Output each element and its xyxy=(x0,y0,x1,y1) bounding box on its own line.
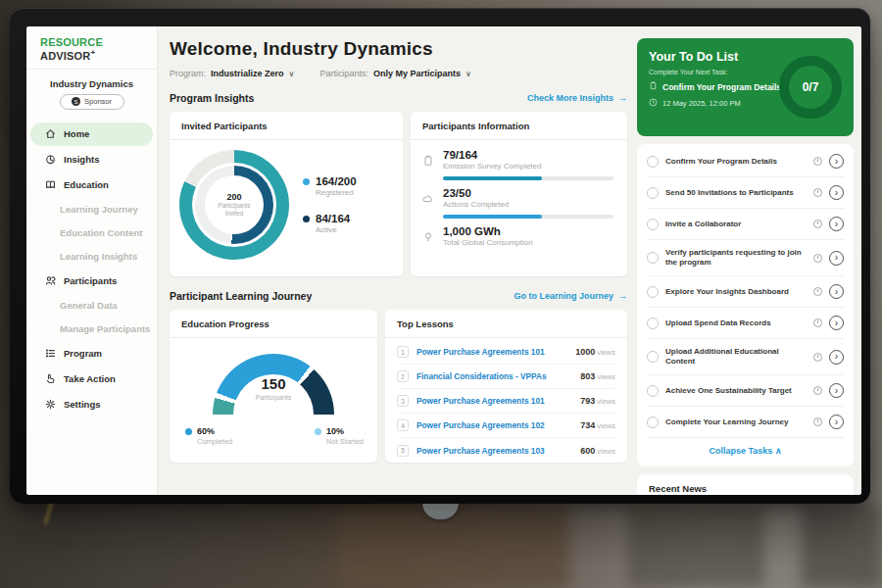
clock-icon xyxy=(813,157,822,166)
arrow-right-icon: → xyxy=(618,93,627,103)
lesson-link[interactable]: Power Purchase Agreements 101 xyxy=(416,396,572,406)
chevron-right-icon[interactable]: › xyxy=(829,316,844,330)
insights-cards-row: Invited Participants 200 Participants In… xyxy=(170,112,627,276)
legend-dot xyxy=(185,428,192,435)
participants-filter-label: Participants: xyxy=(319,69,368,78)
invited-participants-body: 200 Participants Invited 164/200 xyxy=(170,140,403,260)
todo-task[interactable]: Upload Additional Educational Content › xyxy=(647,339,844,375)
sidebar-item-learning-journey[interactable]: Learning Journey xyxy=(30,199,153,220)
task-checkbox[interactable] xyxy=(647,187,659,199)
participants-information-card: Participants Information 79/164 Emission… xyxy=(411,112,627,276)
chevron-right-icon[interactable]: › xyxy=(829,415,844,429)
org-name: Industry Dynamics xyxy=(26,78,157,89)
program-insights-header: Program Insights Check More Insights → xyxy=(170,92,627,104)
lesson-row: 3 Power Purchase Agreements 101 793views xyxy=(397,389,615,414)
invited-participants-title: Invited Participants xyxy=(170,112,403,140)
chevron-right-icon[interactable]: › xyxy=(829,383,844,398)
survey-icon xyxy=(422,149,435,180)
task-checkbox[interactable] xyxy=(647,351,659,363)
arrow-right-icon: → xyxy=(618,291,627,301)
clock-icon xyxy=(813,417,822,426)
sidebar-item-home[interactable]: Home xyxy=(30,122,153,146)
chevron-right-icon[interactable]: › xyxy=(829,217,844,231)
clock-icon xyxy=(813,353,822,362)
sponsor-label: Sponsor xyxy=(84,97,112,106)
todo-task[interactable]: Confirm Your Program Details › xyxy=(647,146,844,177)
todo-task[interactable]: Invite a Collaborator › xyxy=(647,209,844,240)
donut-legend: 164/200 Registered 84/164 Active xyxy=(303,175,357,234)
sponsor-badge[interactable]: S Sponsor xyxy=(60,94,124,110)
sidebar-item-general-data[interactable]: General Data xyxy=(30,295,153,317)
todo-task[interactable]: Achieve One Sustainability Target › xyxy=(647,375,844,407)
lesson-link[interactable]: Financial Considerations - VPPAs xyxy=(416,371,572,381)
task-checkbox[interactable] xyxy=(647,219,659,230)
lesson-row: 2 Financial Considerations - VPPAs 803vi… xyxy=(397,365,615,389)
lesson-row: 5 Power Purchase Agreements 103 600views xyxy=(397,438,615,463)
task-checkbox[interactable] xyxy=(647,252,659,264)
legend-dot xyxy=(303,178,310,185)
chevron-right-icon[interactable]: › xyxy=(829,251,844,266)
sidebar-item-education[interactable]: Education xyxy=(30,173,153,197)
check-more-insights-link[interactable]: Check More Insights → xyxy=(527,93,627,103)
insights-icon xyxy=(44,154,56,166)
lesson-link[interactable]: Power Purchase Agreements 103 xyxy=(416,446,572,456)
participants-information-body: 79/164 Emission Survey Completed xyxy=(411,140,627,247)
lesson-row: 1 Power Purchase Agreements 101 1000view… xyxy=(397,340,615,365)
sidebar-item-education-content[interactable]: Education Content xyxy=(30,222,153,244)
education-progress-gauge-chart: 150 Participants xyxy=(213,354,334,415)
legend-dot xyxy=(303,216,310,222)
sidebar-item-program[interactable]: Program xyxy=(30,342,153,366)
people-icon xyxy=(44,275,56,287)
program-filter-value: Industrialize Zero xyxy=(211,69,284,78)
progress-bar-fill xyxy=(443,215,542,219)
todo-task[interactable]: Send 50 Invitations to Participants › xyxy=(647,177,844,209)
chevron-right-icon[interactable]: › xyxy=(829,350,844,365)
sidebar: RESOURCE ADVISOR+ Industry Dynamics S Sp… xyxy=(26,26,158,495)
program-filter-dropdown[interactable]: Program: Industrialize Zero ∨ xyxy=(170,69,294,78)
learning-journey-header: Participant Learning Journey Go to Learn… xyxy=(170,290,627,302)
main-content: Welcome, Industry Dynamics Program: Indu… xyxy=(158,26,861,495)
room-blur-shape xyxy=(627,506,764,588)
progress-bar-fill xyxy=(443,176,542,180)
todo-task[interactable]: Verify participants requesting to join t… xyxy=(647,240,844,276)
room-blur-shape xyxy=(338,506,568,588)
todo-task[interactable]: Complete Your Learning Journey › xyxy=(647,407,844,438)
education-progress-card: Education Progress 150 Participants xyxy=(170,310,377,463)
task-checkbox[interactable] xyxy=(647,385,659,397)
sidebar-item-insights[interactable]: Insights xyxy=(30,148,153,172)
todo-task[interactable]: Upload Spend Data Records › xyxy=(647,308,844,339)
todo-column: Your To Do List Complete Your Next Task:… xyxy=(637,38,854,495)
chevron-down-icon: ∨ xyxy=(466,70,471,78)
task-checkbox[interactable] xyxy=(647,156,659,168)
progress-bar-track xyxy=(443,176,613,180)
sidebar-item-learning-insights[interactable]: Learning Insights xyxy=(30,246,153,268)
lesson-link[interactable]: Power Purchase Agreements 102 xyxy=(416,420,572,430)
lesson-link[interactable]: Power Purchase Agreements 101 xyxy=(416,347,567,357)
chevron-right-icon[interactable]: › xyxy=(829,284,844,299)
book-icon xyxy=(44,179,56,191)
program-insights-title: Program Insights xyxy=(170,92,254,104)
todo-task[interactable]: Explore Your Insights Dashboard › xyxy=(647,276,844,308)
chevron-right-icon[interactable]: › xyxy=(829,185,844,200)
room-blur-shape xyxy=(802,506,882,588)
donut-center-label: 200 Participants Invited xyxy=(179,150,289,260)
sidebar-item-participants[interactable]: Participants xyxy=(30,270,153,293)
sidebar-item-settings[interactable]: Settings xyxy=(30,393,153,416)
todo-progress-ring: 0/7 xyxy=(779,56,842,119)
invited-participants-card: Invited Participants 200 Participants In… xyxy=(170,112,403,276)
lesson-rank: 3 xyxy=(397,395,409,407)
collapse-tasks-link[interactable]: Collapse Tasks ∧ xyxy=(647,438,844,465)
gauge-arc xyxy=(213,354,334,475)
task-checkbox[interactable] xyxy=(647,416,659,428)
sidebar-item-manage-participants[interactable]: Manage Participants xyxy=(30,318,153,340)
participants-filter-dropdown[interactable]: Participants: Only My Participants ∨ xyxy=(319,69,470,78)
chevron-right-icon[interactable]: › xyxy=(829,154,844,169)
todo-header-card: Your To Do List Complete Your Next Task:… xyxy=(637,38,854,136)
go-to-learning-journey-link[interactable]: Go to Learning Journey → xyxy=(514,291,627,301)
progress-bar-track xyxy=(443,215,613,219)
dashboard-screen: RESOURCE ADVISOR+ Industry Dynamics S Sp… xyxy=(26,26,861,495)
sidebar-item-take-action[interactable]: Take Action xyxy=(30,368,153,391)
task-checkbox[interactable] xyxy=(647,318,659,329)
metric-global-consumption: 1,000 GWh Total Global Consumption xyxy=(422,225,613,247)
task-checkbox[interactable] xyxy=(647,286,659,298)
